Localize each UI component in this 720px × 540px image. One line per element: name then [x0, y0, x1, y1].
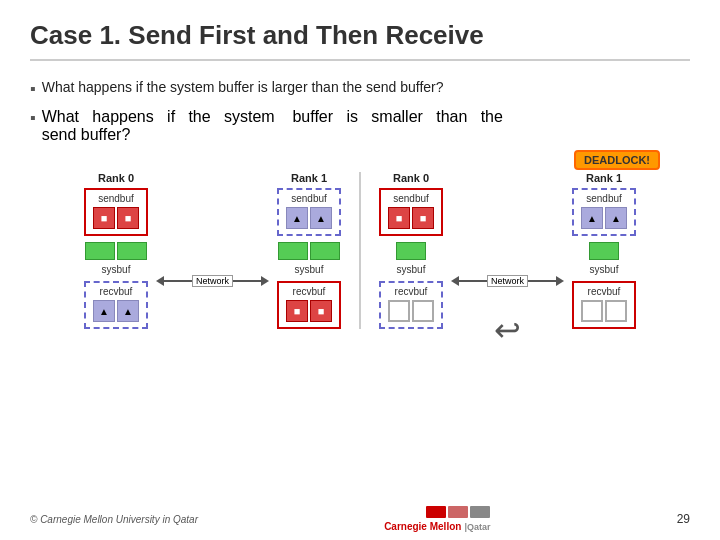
left-rank1-sysbuf-row [278, 242, 340, 260]
left-rank1-sendbuf-label: sendbuf [282, 193, 336, 204]
logo-bar1 [426, 506, 446, 518]
bullet-dot-2: ▪ [30, 109, 36, 127]
left-arrow-body-left [164, 280, 192, 282]
right-rank0-sysbuf-block [396, 242, 426, 260]
right-rank1-recvbuf: recvbuf [572, 281, 636, 329]
diagrams-section: DEADLOCK! Rank 0 sendbuf ■ [30, 150, 690, 329]
cell-r1-recv1: ■ [286, 300, 308, 322]
deadlock-badge: DEADLOCK! [574, 150, 660, 170]
cell-r1r-s2: ▲ [605, 207, 627, 229]
left-diagram-group: Rank 0 sendbuf ■ ■ [84, 172, 341, 329]
right-arrow-left [451, 276, 459, 286]
left-rank0-label: Rank 0 [98, 172, 134, 184]
curved-arrow: ↩ [494, 311, 521, 349]
left-rank1-sysbuf-block1 [278, 242, 308, 260]
left-rank0-sendbuf-label: sendbuf [89, 193, 143, 204]
logo-bar3 [470, 506, 490, 518]
footer-logo-area: Carnegie Mellon |Qatar [384, 506, 490, 532]
bullet2-line1: What happens if the system buffer is sma… [42, 108, 503, 125]
title-text: Case 1. Send First and Then Receive [30, 20, 484, 50]
right-rank1-label: Rank 1 [586, 172, 622, 184]
left-rank1-sysbuf-block2 [310, 242, 340, 260]
page-number-text: 29 [677, 512, 690, 526]
bullet2-line2: send buffer? [42, 126, 131, 143]
deadlock-label-text: DEADLOCK! [584, 154, 650, 166]
right-network-col: Network [451, 172, 564, 329]
left-rank1-recvbuf: recvbuf ■ ■ [277, 281, 341, 329]
cell-r0r-recv1 [388, 300, 410, 322]
footer: © Carnegie Mellon University in Qatar Ca… [0, 506, 720, 532]
bullet-dot-1: ▪ [30, 80, 36, 98]
left-rank1-sendbuf-cells: ▲ ▲ [282, 205, 336, 231]
right-rank0-sysbuf-row [396, 242, 426, 260]
right-rank0-recvbuf-cells [384, 298, 438, 324]
cell-r0-s2: ■ [117, 207, 139, 229]
left-network-arrow: Network [156, 275, 269, 287]
right-rank0-sysbuf-label: sysbuf [397, 264, 426, 275]
cell-r0-s1: ■ [93, 207, 115, 229]
left-rank0-recvbuf-label: recvbuf [89, 286, 143, 297]
left-rank1-sysbuf-label: sysbuf [295, 264, 324, 275]
bullet1-text: What happens if the system buffer is lar… [42, 79, 444, 95]
cell-r0r-s2: ■ [412, 207, 434, 229]
bullet-2-text: What happens if the system buffer is sma… [42, 108, 503, 144]
cell-r1r-recv2 [605, 300, 627, 322]
all-diagrams: Rank 0 sendbuf ■ ■ [30, 172, 690, 329]
right-arrow-body-right [528, 280, 556, 282]
left-rank1-label: Rank 1 [291, 172, 327, 184]
right-network-arrow: Network [451, 275, 564, 287]
cmu-logo: Carnegie Mellon |Qatar [384, 506, 490, 532]
right-rank1-sysbuf-block [589, 242, 619, 260]
cell-r0-recv1: ▲ [93, 300, 115, 322]
left-rank0-col: Rank 0 sendbuf ■ ■ [84, 172, 148, 329]
left-rank1-recvbuf-label: recvbuf [282, 286, 336, 297]
left-rank0-sysbuf-label: sysbuf [102, 264, 131, 275]
cell-r1-recv2: ■ [310, 300, 332, 322]
bullet-2-container: ▪ What happens if the system buffer is s… [30, 108, 690, 144]
right-rank0-recvbuf: recvbuf [379, 281, 443, 329]
page-number: 29 [677, 512, 690, 526]
right-rank1-sysbuf-row [589, 242, 619, 260]
logo-bar2 [448, 506, 468, 518]
left-rank1-recvbuf-cells: ■ ■ [282, 298, 336, 324]
right-rank1-col: Rank 1 sendbuf ▲ ▲ sysbuf [572, 172, 636, 329]
left-rank0-sysbuf-block1 [85, 242, 115, 260]
slide: Case 1. Send First and Then Receive ▪ Wh… [0, 0, 720, 540]
left-arrow-right [261, 276, 269, 286]
left-rank0-sysbuf-row [85, 242, 147, 260]
cell-r0r-s1: ■ [388, 207, 410, 229]
logo-text: Carnegie Mellon |Qatar [384, 520, 490, 532]
right-rank1-sendbuf: sendbuf ▲ ▲ [572, 188, 636, 236]
right-rank0-recvbuf-label: recvbuf [384, 286, 438, 297]
cell-r0-recv2: ▲ [117, 300, 139, 322]
left-network-col: Network [156, 172, 269, 329]
right-rank0-sendbuf: sendbuf ■ ■ [379, 188, 443, 236]
bullet-1: ▪ What happens if the system buffer is l… [30, 79, 690, 98]
cell-r1r-recv1 [581, 300, 603, 322]
right-rank0-col: Rank 0 sendbuf ■ ■ [379, 172, 443, 329]
cell-r1-s1: ▲ [286, 207, 308, 229]
cell-r1-s2: ▲ [310, 207, 332, 229]
right-rank1-recvbuf-label: recvbuf [577, 286, 631, 297]
right-arrow-body-left [459, 280, 487, 282]
right-diagram-group: Rank 0 sendbuf ■ ■ [379, 172, 636, 329]
deadlock-area: DEADLOCK! [30, 150, 690, 170]
left-rank1-col: Rank 1 sendbuf ▲ ▲ sysbuf [277, 172, 341, 329]
center-divider [359, 172, 361, 329]
left-rank0-recvbuf: recvbuf ▲ ▲ [84, 281, 148, 329]
cell-r0r-recv2 [412, 300, 434, 322]
right-rank0-label: Rank 0 [393, 172, 429, 184]
cell-r1r-s1: ▲ [581, 207, 603, 229]
left-rank1-sendbuf: sendbuf ▲ ▲ [277, 188, 341, 236]
copyright-text: © Carnegie Mellon University in Qatar [30, 514, 198, 525]
left-rank0-sendbuf-cells: ■ ■ [89, 205, 143, 231]
footer-copyright: © Carnegie Mellon University in Qatar [30, 514, 198, 525]
right-network-label: Network [487, 275, 528, 287]
left-rank0-sendbuf: sendbuf ■ ■ [84, 188, 148, 236]
left-arrow-body-right [233, 280, 261, 282]
slide-title: Case 1. Send First and Then Receive [30, 20, 690, 61]
left-network-label: Network [192, 275, 233, 287]
left-arrow-left [156, 276, 164, 286]
right-rank1-sendbuf-label: sendbuf [577, 193, 631, 204]
left-rank0-recvbuf-cells: ▲ ▲ [89, 298, 143, 324]
